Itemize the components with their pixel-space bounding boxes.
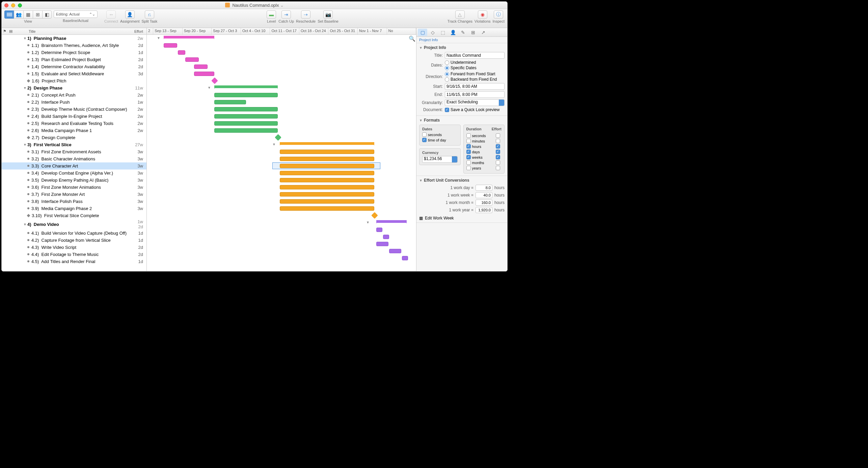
gantt-bar[interactable] bbox=[376, 228, 382, 232]
task-row[interactable]: 2.6) Media Campaign Phase 12w bbox=[2, 127, 146, 134]
tab-project[interactable]: ▢ bbox=[418, 29, 427, 36]
task-row[interactable]: 3.6) First Zone Monster Animations3w bbox=[2, 184, 146, 191]
set-baseline-button[interactable]: 📷 bbox=[323, 10, 333, 19]
group-row[interactable]: ▼3) First Vertical Slice27w bbox=[2, 141, 146, 148]
task-row[interactable]: 1.2) Determine Project Scope1d bbox=[2, 49, 146, 56]
task-row[interactable]: 3.8) Interface Polish Pass3w bbox=[2, 198, 146, 205]
direction-forward-radio[interactable] bbox=[445, 72, 449, 76]
effort-header[interactable]: Effort bbox=[134, 29, 143, 33]
task-row[interactable]: 2.7) Design Complete bbox=[2, 134, 146, 141]
catchup-button[interactable]: ⇥ bbox=[281, 10, 291, 19]
gantt-summary-bar[interactable] bbox=[214, 85, 278, 89]
task-row[interactable]: 4.1) Build Version for Video Capture (De… bbox=[2, 230, 146, 237]
level-button[interactable]: ▬ bbox=[267, 10, 276, 19]
tab-milestones[interactable]: ◇ bbox=[428, 29, 437, 36]
outline-body[interactable]: ▼1) Planning Phase2w1.1) Brainstorm Them… bbox=[2, 35, 146, 271]
gantt-bar[interactable] bbox=[402, 256, 408, 260]
direction-backward-radio[interactable] bbox=[445, 77, 449, 82]
gantt-bar[interactable] bbox=[389, 249, 401, 253]
task-row[interactable]: 3.5) Develop Enemy Pathing AI (Basic)3w bbox=[2, 177, 146, 184]
dates-seconds-checkbox[interactable] bbox=[422, 132, 427, 137]
tab-styles[interactable]: ✎ bbox=[458, 29, 468, 36]
task-row[interactable]: 2.2) Interface Push1w bbox=[2, 99, 146, 106]
disclosure-icon[interactable]: ▼ bbox=[366, 220, 370, 224]
group-row[interactable]: ▼1) Planning Phase2w bbox=[2, 35, 146, 42]
baseline-selector[interactable]: Editing: Actual⌃⌄ bbox=[54, 10, 98, 18]
gantt-bar[interactable] bbox=[280, 199, 374, 204]
tab-custom[interactable]: ⊞ bbox=[468, 29, 478, 36]
gantt-body[interactable]: 🔍 ▼▼▼▼ bbox=[147, 35, 416, 271]
effort-seconds-checkbox[interactable] bbox=[496, 133, 500, 138]
task-row[interactable]: 4.2) Capture Footage from Vertical Slice… bbox=[2, 237, 146, 244]
granularity-select[interactable]: Exact Scheduling bbox=[445, 99, 505, 106]
duration-hours-checkbox[interactable] bbox=[466, 144, 471, 149]
task-row[interactable]: 4.5) Add Titles and Render Final1d bbox=[2, 258, 146, 265]
gantt-bar[interactable] bbox=[214, 114, 278, 119]
view-network-button[interactable]: ⊞ bbox=[33, 10, 42, 19]
gantt-bar[interactable] bbox=[383, 235, 389, 239]
gantt-bar[interactable] bbox=[194, 72, 214, 76]
view-calendar-button[interactable]: ▦ bbox=[23, 10, 33, 19]
conversion-input[interactable] bbox=[476, 192, 492, 198]
gantt-bar[interactable] bbox=[214, 107, 278, 111]
task-row[interactable]: 2.3) Develop Theme Music (Contract Compo… bbox=[2, 106, 146, 113]
effort-months-checkbox[interactable] bbox=[496, 160, 500, 165]
effort-weeks-checkbox[interactable] bbox=[496, 155, 500, 159]
gantt-bar[interactable] bbox=[214, 100, 246, 104]
effort-hours-checkbox[interactable] bbox=[496, 144, 500, 149]
gantt-milestone[interactable] bbox=[275, 134, 281, 141]
reschedule-button[interactable]: ⇢ bbox=[301, 10, 310, 19]
quicklook-checkbox[interactable] bbox=[445, 108, 449, 112]
duration-years-checkbox[interactable] bbox=[466, 166, 471, 170]
gantt-bar[interactable] bbox=[280, 206, 374, 211]
split-task-button[interactable]: ⎌ bbox=[145, 10, 154, 19]
search-icon[interactable]: 🔍 bbox=[409, 35, 415, 42]
effort-days-checkbox[interactable] bbox=[496, 150, 500, 154]
task-row[interactable]: 2.4) Build Sample In-Engine Project2w bbox=[2, 113, 146, 120]
gantt-bar[interactable] bbox=[185, 57, 199, 62]
task-row[interactable]: 4.4) Edit Footage to Theme Music2d bbox=[2, 251, 146, 258]
task-row[interactable]: 3.7) First Zone Monster Art3w bbox=[2, 191, 146, 198]
gantt-bar[interactable] bbox=[178, 50, 185, 55]
gantt-bar[interactable] bbox=[280, 178, 374, 182]
title-header[interactable]: Title bbox=[29, 29, 35, 33]
note-icon[interactable]: ▤ bbox=[9, 29, 12, 33]
gantt-summary-bar[interactable] bbox=[280, 142, 374, 146]
currency-select[interactable]: $1,234.56 bbox=[422, 156, 458, 163]
assignment-button[interactable]: 👤 bbox=[125, 10, 135, 19]
gantt-bar[interactable] bbox=[280, 192, 374, 197]
disclosure-icon[interactable]: ▼ bbox=[272, 142, 276, 146]
view-outline-button[interactable] bbox=[4, 10, 14, 19]
group-row[interactable]: ▼2) Design Phase11w bbox=[2, 84, 146, 92]
disclosure-icon[interactable]: ▼ bbox=[208, 86, 211, 89]
task-row[interactable]: 1.3) Plan Estimated Project Budget2d bbox=[2, 56, 146, 63]
duration-days-checkbox[interactable] bbox=[466, 150, 471, 154]
view-resource-button[interactable]: 👥 bbox=[14, 10, 23, 19]
tab-export[interactable]: ↗ bbox=[479, 29, 488, 36]
task-row[interactable]: 4.3) Write Video Script2d bbox=[2, 244, 146, 251]
duration-months-checkbox[interactable] bbox=[466, 160, 471, 165]
tab-task[interactable]: ⬚ bbox=[438, 29, 447, 36]
edit-work-week-link[interactable]: Edit Work Week bbox=[425, 216, 454, 220]
gantt-bar[interactable] bbox=[280, 150, 374, 154]
tab-resource[interactable]: 👤 bbox=[448, 29, 458, 36]
task-row[interactable]: 2.1) Concept Art Push2w bbox=[2, 92, 146, 99]
disclosure-icon[interactable]: ▼ bbox=[157, 36, 160, 40]
view-styles-button[interactable]: ◧ bbox=[42, 10, 52, 19]
inspect-button[interactable]: ⓘ bbox=[494, 10, 503, 19]
conversion-input[interactable] bbox=[476, 200, 492, 206]
task-row[interactable]: 1.5) Evaluate and Select Middleware3d bbox=[2, 70, 146, 77]
gantt-bar[interactable] bbox=[194, 64, 208, 69]
conversion-input[interactable] bbox=[476, 207, 492, 213]
gantt-bar[interactable] bbox=[164, 43, 177, 48]
project-end-input[interactable] bbox=[445, 91, 505, 98]
gantt-bar[interactable] bbox=[280, 164, 374, 168]
task-row[interactable]: 3.9) Media Campaign Phase 23w bbox=[2, 205, 146, 212]
gantt-bar[interactable] bbox=[280, 185, 374, 189]
gantt-summary-bar[interactable] bbox=[164, 36, 214, 39]
effort-minutes-checkbox[interactable] bbox=[496, 139, 500, 143]
duration-seconds-checkbox[interactable] bbox=[466, 133, 471, 138]
gantt-bar[interactable] bbox=[376, 242, 388, 246]
gantt-milestone[interactable] bbox=[371, 212, 378, 219]
dates-undetermined-radio[interactable] bbox=[445, 60, 449, 65]
